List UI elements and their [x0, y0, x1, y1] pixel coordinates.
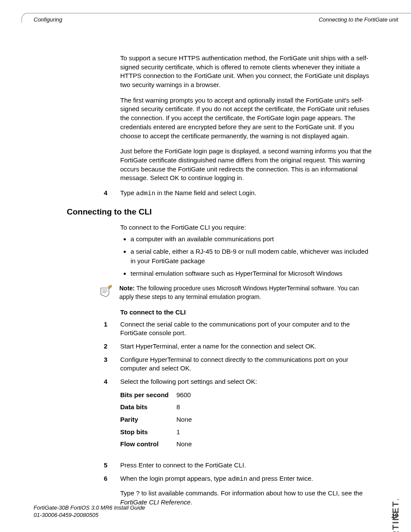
text: .: [190, 498, 192, 506]
step-text: Connect the serial cable to the communic…: [120, 320, 374, 338]
code-inline: admin: [228, 476, 247, 483]
table-row: Data bits8: [120, 401, 199, 414]
text: Type: [120, 189, 136, 196]
footer-docid: 01-30006-0459-20080505: [34, 512, 98, 518]
step-number: 3: [67, 355, 120, 373]
step-number: 4: [67, 189, 120, 199]
step-4-pre: 4 Type admin in the Name field and selec…: [67, 189, 374, 199]
list-item: terminal emulation software such as Hype…: [131, 269, 374, 279]
step-number: 6: [67, 474, 120, 507]
text: Type ? to list available commands. For i…: [120, 489, 363, 497]
content-area: To support a secure HTTPS authentication…: [67, 47, 374, 511]
port-settings-table: Bits per second9600 Data bits8 ParityNon…: [120, 389, 199, 451]
setting-value: 9600: [177, 389, 200, 401]
step-row: 3 Configure HyperTerminal to connect dir…: [67, 355, 374, 373]
note-icon: [99, 284, 113, 299]
step-number: 5: [67, 461, 120, 470]
paragraph: Just before the FortiGate login page is …: [120, 147, 374, 183]
header-left: Configuring: [34, 16, 62, 23]
step-text: Configure HyperTerminal to connect direc…: [120, 355, 374, 373]
setting-value: 8: [177, 401, 200, 414]
text: When the login prompt appears, type: [120, 475, 228, 482]
step-text: Type admin in the Name field and select …: [120, 189, 374, 199]
setting-value: None: [177, 438, 200, 451]
paragraph: The first warning prompts you to accept …: [120, 96, 374, 140]
fortinet-logo: FRTINET.: [391, 498, 401, 532]
step-number: 2: [67, 342, 120, 351]
paragraph: To support a secure HTTPS authentication…: [120, 54, 374, 90]
logo-text: RTINET: [391, 501, 400, 532]
step-text: Start HyperTerminal, enter a name for th…: [120, 342, 374, 351]
table-row: Bits per second9600: [120, 389, 199, 401]
sub-heading: To connect to the CLI: [120, 308, 374, 316]
requirements-list: a computer with an available communicati…: [120, 234, 374, 278]
step-row: 1 Connect the serial cable to the commun…: [67, 320, 374, 338]
note-block: Note: The following procedure uses Micro…: [99, 284, 374, 301]
paragraph: Type ? to list available commands. For i…: [120, 489, 374, 507]
step-text: Press Enter to connect to the FortiGate …: [120, 461, 374, 470]
section-heading: Connecting to the CLI: [67, 207, 374, 217]
setting-key: Data bits: [120, 401, 177, 414]
step-row: 2 Start HyperTerminal, enter a name for …: [67, 342, 374, 351]
step-row: 4 Select the following port settings and…: [67, 377, 374, 457]
setting-value: None: [177, 414, 200, 426]
setting-key: Bits per second: [120, 389, 177, 401]
footer-left: FortiGate-30B FortiOS 3.0 MR6 Install Gu…: [34, 504, 145, 519]
paragraph: To connect to the FortiGate CLI you requ…: [120, 223, 374, 232]
text: in the Name field and select Login.: [156, 189, 256, 196]
text: The following procedure uses Microsoft W…: [119, 285, 359, 300]
setting-key: Parity: [120, 414, 177, 426]
table-row: Flow controlNone: [120, 438, 199, 451]
note-text: Note: The following procedure uses Micro…: [119, 284, 374, 301]
step-row: 6 When the login prompt appears, type ad…: [67, 474, 374, 507]
setting-key: Stop bits: [120, 426, 177, 439]
setting-value: 1: [177, 426, 200, 439]
footer-title: FortiGate-30B FortiOS 3.0 MR6 Install Gu…: [34, 504, 145, 511]
step-row: 5 Press Enter to connect to the FortiGat…: [67, 461, 374, 470]
list-item: a computer with an available communicati…: [131, 234, 374, 244]
table-row: ParityNone: [120, 414, 199, 426]
header-right: Connecting to the FortiGate unit: [319, 16, 398, 23]
step-number: 4: [67, 377, 120, 457]
note-label: Note:: [119, 285, 135, 292]
step-text: When the login prompt appears, type admi…: [120, 474, 374, 507]
text: and press Enter twice.: [247, 475, 313, 482]
step-text: Select the following port settings and s…: [120, 377, 374, 457]
table-row: Stop bits1: [120, 426, 199, 439]
setting-key: Flow control: [120, 438, 177, 451]
code-inline: admin: [136, 190, 156, 197]
step-number: 1: [67, 320, 120, 338]
text: Select the following port settings and s…: [120, 378, 257, 385]
list-item: a serial cable, either a RJ-45 to DB-9 o…: [131, 247, 374, 266]
document-page: Configuring Connecting to the FortiGate …: [0, 0, 411, 532]
